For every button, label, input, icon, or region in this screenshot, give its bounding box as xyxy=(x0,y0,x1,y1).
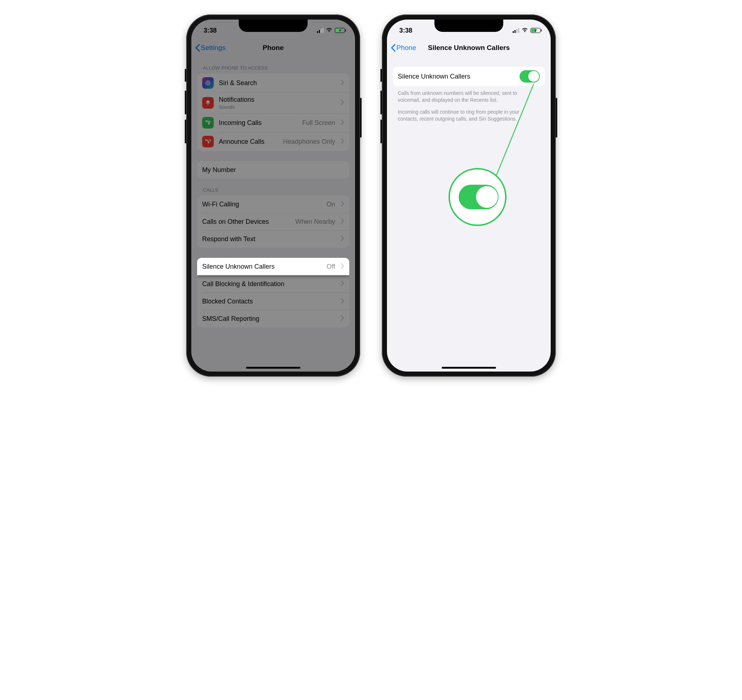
row-call-blocking[interactable]: Call Blocking & Identification xyxy=(197,275,349,293)
mute-switch xyxy=(185,69,186,82)
siri-icon xyxy=(202,77,214,89)
status-time: 3:38 xyxy=(399,25,412,34)
phone-frame-right: 3:38 ⚡︎ Phone Silence Unknown Callers xyxy=(382,15,556,376)
section-header-calls: CALLS xyxy=(191,178,355,196)
row-label: Announce Calls xyxy=(219,138,278,146)
row-label: Notifications Sounds xyxy=(219,96,336,110)
nav-bar: Settings Phone xyxy=(191,39,355,56)
svg-point-3 xyxy=(449,169,506,225)
row-label: Wi-Fi Calling xyxy=(202,201,321,208)
chevron-right-icon xyxy=(341,298,344,305)
volume-up-button xyxy=(380,91,382,115)
row-label: Calls on Other Devices xyxy=(202,218,290,226)
power-button xyxy=(360,98,362,138)
row-calls-other-devices[interactable]: Calls on Other Devices When Nearby xyxy=(197,213,349,230)
wifi-icon xyxy=(521,27,528,34)
chevron-right-icon xyxy=(341,138,344,146)
mute-switch xyxy=(380,69,382,82)
row-label: My Number xyxy=(202,166,344,174)
row-label: Silence Unknown Callers xyxy=(202,263,321,271)
chevron-right-icon xyxy=(341,218,344,226)
svg-point-1 xyxy=(207,82,209,84)
chevron-right-icon xyxy=(341,79,344,87)
group-silence-toggle: Silence Unknown Callers xyxy=(393,67,545,86)
row-value: Full Screen xyxy=(302,119,335,127)
row-wifi-calling[interactable]: Wi-Fi Calling On xyxy=(197,196,349,213)
status-time: 3:38 xyxy=(204,25,216,34)
svg-rect-4 xyxy=(459,185,499,209)
group-calls: Wi-Fi Calling On Calls on Other Devices … xyxy=(197,196,349,248)
row-blocked-contacts[interactable]: Blocked Contacts xyxy=(197,293,349,310)
row-respond-text[interactable]: Respond with Text xyxy=(197,230,349,248)
row-label: Call Blocking & Identification xyxy=(202,280,336,288)
notch xyxy=(239,19,308,32)
row-announce-calls[interactable]: Announce Calls Headphones Only xyxy=(197,132,349,151)
chevron-right-icon xyxy=(341,119,344,127)
group-my-number: My Number xyxy=(197,161,349,178)
battery-icon: ⚡︎ xyxy=(530,28,540,33)
cellular-icon xyxy=(317,28,324,33)
group-block: Silence Unknown Callers Off Call Blockin… xyxy=(197,258,349,327)
svg-point-0 xyxy=(206,81,210,85)
row-label: Respond with Text xyxy=(202,235,336,243)
row-label: SMS/Call Reporting xyxy=(202,315,336,323)
volume-up-button xyxy=(185,91,186,115)
back-label: Settings xyxy=(201,44,226,52)
volume-down-button xyxy=(185,119,186,143)
wifi-icon xyxy=(326,27,333,34)
row-value: Headphones Only xyxy=(283,138,335,146)
chevron-left-icon xyxy=(390,44,396,52)
chevron-left-icon xyxy=(195,44,200,52)
back-button[interactable]: Settings xyxy=(195,44,226,52)
row-my-number[interactable]: My Number xyxy=(197,161,349,178)
row-value: Off xyxy=(327,263,335,271)
chevron-right-icon xyxy=(341,201,344,208)
row-value: On xyxy=(327,201,335,208)
chevron-right-icon xyxy=(341,263,344,271)
home-indicator[interactable] xyxy=(246,367,300,369)
phone-frame-left: 3:38 ⚡︎ Settings Phone ALLOW PHONE TO AC… xyxy=(186,15,360,376)
row-siri-search[interactable]: Siri & Search xyxy=(197,74,349,92)
row-sms-call-reporting[interactable]: SMS/Call Reporting xyxy=(197,310,349,327)
row-label: Incoming Calls xyxy=(219,119,297,127)
chevron-right-icon xyxy=(341,235,344,243)
chevron-right-icon xyxy=(341,315,344,323)
notch xyxy=(434,19,503,32)
group-access: Siri & Search Notifications Sounds xyxy=(197,74,349,151)
power-button xyxy=(556,98,557,138)
row-label: Silence Unknown Callers xyxy=(398,73,514,80)
chevron-right-icon xyxy=(341,280,344,288)
screen-phone-settings: 3:38 ⚡︎ Settings Phone ALLOW PHONE TO AC… xyxy=(191,19,355,372)
phone-incoming-icon xyxy=(202,117,214,129)
volume-down-button xyxy=(380,119,382,143)
back-button[interactable]: Phone xyxy=(390,44,416,52)
back-label: Phone xyxy=(396,44,416,52)
announce-icon xyxy=(202,136,214,147)
row-notifications[interactable]: Notifications Sounds xyxy=(197,92,349,113)
section-header-access: ALLOW PHONE TO ACCESS xyxy=(191,56,355,74)
row-label: Blocked Contacts xyxy=(202,298,336,305)
row-incoming-calls[interactable]: Incoming Calls Full Screen xyxy=(197,113,349,132)
toggle-silence-unknown[interactable] xyxy=(520,70,540,82)
row-sublabel: Sounds xyxy=(219,104,336,110)
screen-silence-unknown: 3:38 ⚡︎ Phone Silence Unknown Callers xyxy=(387,19,551,372)
home-indicator[interactable] xyxy=(442,367,496,369)
cellular-icon xyxy=(513,28,519,33)
battery-icon: ⚡︎ xyxy=(335,28,345,33)
chevron-right-icon xyxy=(341,99,344,107)
bell-icon xyxy=(202,97,214,109)
row-silence-unknown[interactable]: Silence Unknown Callers Off xyxy=(197,258,349,275)
row-label: Siri & Search xyxy=(219,79,336,87)
footer-text-2: Incoming calls will continue to ring fro… xyxy=(387,107,551,126)
row-value: When Nearby xyxy=(295,218,335,226)
row-silence-toggle: Silence Unknown Callers xyxy=(393,67,545,86)
svg-point-5 xyxy=(476,186,498,208)
nav-bar: Phone Silence Unknown Callers xyxy=(387,39,551,56)
footer-text-1: Calls from unknown numbers will be silen… xyxy=(387,86,551,107)
